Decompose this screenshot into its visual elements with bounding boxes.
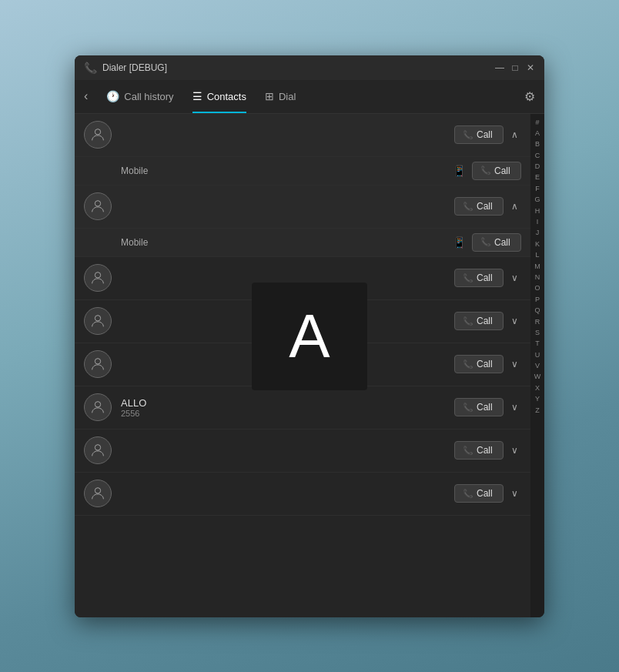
alpha-letter[interactable]: U — [530, 349, 544, 360]
sub-label: Mobile — [121, 165, 453, 176]
alpha-letter[interactable]: N — [530, 272, 544, 283]
alpha-letter[interactable]: Q — [530, 305, 544, 316]
contact-row[interactable]: ALLO 2556 📞 Call ∨ — [75, 386, 530, 430]
call-icon: 📞 — [480, 165, 491, 176]
call-label: Call — [477, 402, 493, 413]
alpha-letter[interactable]: H — [530, 206, 544, 216]
alpha-letter[interactable]: T — [530, 338, 544, 349]
alpha-letter[interactable]: K — [530, 239, 544, 249]
expand-button[interactable]: ∨ — [508, 485, 521, 502]
call-button[interactable]: 📞 Call — [454, 269, 504, 287]
alpha-letter[interactable]: Y — [530, 393, 544, 404]
back-button[interactable]: ‹ — [84, 89, 88, 103]
call-button[interactable]: 📞 Call — [454, 398, 504, 416]
alpha-letter[interactable]: J — [530, 227, 544, 238]
sub-row: Mobile 📱 📞 Call — [75, 229, 530, 257]
contacts-icon: ☰ — [192, 90, 202, 102]
content-area: 📞 Call ∧ Mobile 📱 📞 Call — [75, 114, 544, 617]
maximize-button[interactable]: □ — [510, 63, 520, 72]
letter-popup: A — [252, 283, 367, 390]
contact-actions: 📞 Call ∨ — [454, 398, 521, 416]
call-label: Call — [477, 201, 493, 212]
contact-display-name: ALLO — [121, 397, 454, 409]
alpha-letter[interactable]: O — [530, 283, 544, 293]
phone-icon: 📞 — [463, 130, 473, 140]
avatar — [84, 350, 112, 378]
call-label: Call — [477, 272, 493, 283]
contact-number: 2556 — [121, 409, 454, 418]
alpha-letter[interactable]: I — [530, 216, 544, 227]
avatar — [84, 121, 112, 149]
svg-point-0 — [95, 129, 100, 135]
contact-actions: 📞 Call ∧ — [454, 125, 521, 144]
contact-name: ALLO 2556 — [121, 397, 454, 418]
expand-button[interactable]: ∨ — [508, 313, 521, 329]
alpha-letter[interactable]: D — [530, 161, 544, 172]
app-window: 📞 Dialer [DEBUG] — □ ✕ ‹ 🕐 Call history … — [75, 55, 544, 617]
call-button[interactable]: 📞 Call — [454, 441, 504, 460]
svg-point-7 — [95, 488, 100, 493]
alpha-letter[interactable]: V — [530, 360, 544, 371]
close-button[interactable]: ✕ — [526, 63, 535, 72]
call-sub-button[interactable]: 📞 Call — [472, 233, 521, 252]
window-controls: — □ ✕ — [495, 63, 535, 72]
alpha-letter[interactable]: S — [530, 327, 544, 338]
contact-row[interactable]: 📞 Call ∧ — [75, 186, 530, 229]
alpha-letter[interactable]: L — [530, 249, 544, 260]
tab-dial-label: Dial — [279, 91, 296, 102]
alpha-letter[interactable]: A — [530, 128, 544, 139]
expand-button[interactable]: ∧ — [508, 198, 521, 215]
minimize-button[interactable]: — — [495, 63, 504, 72]
sub-label: Mobile — [121, 237, 453, 248]
call-button[interactable]: 📞 Call — [454, 197, 504, 216]
alpha-letter[interactable]: C — [530, 150, 544, 161]
svg-point-2 — [95, 272, 100, 278]
dial-icon: ⊞ — [265, 90, 274, 102]
alpha-letter[interactable]: G — [530, 194, 544, 205]
alpha-letter[interactable]: Z — [530, 405, 544, 416]
expand-button[interactable]: ∨ — [508, 399, 521, 416]
expand-button[interactable]: ∨ — [508, 356, 521, 373]
contact-actions: 📞 Call ∧ — [454, 197, 521, 216]
tab-call-history[interactable]: 🕐 Call history — [97, 79, 182, 113]
phone-icon: 📞 — [463, 316, 473, 326]
sub-actions: 📱 📞 Call — [453, 233, 521, 252]
settings-button[interactable]: ⚙ — [524, 89, 535, 104]
avatar — [84, 393, 112, 421]
call-history-icon: 🕐 — [106, 90, 119, 102]
call-label: Call — [477, 129, 493, 140]
alpha-letter[interactable]: X — [530, 383, 544, 393]
contact-row[interactable]: 📞 Call ∨ — [75, 473, 530, 516]
alpha-letter[interactable]: B — [530, 139, 544, 149]
call-button[interactable]: 📞 Call — [454, 125, 504, 144]
phone-icon: 📞 — [463, 273, 473, 283]
call-sub-button[interactable]: 📞 Call — [472, 162, 521, 180]
alpha-letter[interactable]: E — [530, 172, 544, 182]
alpha-letter[interactable]: M — [530, 261, 544, 272]
contact-row[interactable]: 📞 Call ∨ — [75, 430, 530, 473]
mobile-icon: 📱 — [453, 236, 466, 249]
call-button[interactable]: 📞 Call — [454, 312, 504, 330]
window-title: Dialer [DEBUG] — [102, 62, 495, 73]
contact-actions: 📞 Call ∨ — [454, 484, 521, 503]
nav-bar: ‹ 🕐 Call history ☰ Contacts ⊞ Dial ⚙ — [75, 80, 544, 114]
expand-button[interactable]: ∧ — [508, 126, 521, 143]
alpha-letter[interactable]: R — [530, 316, 544, 327]
contact-row[interactable]: 📞 Call ∧ — [75, 114, 530, 157]
expand-button[interactable]: ∨ — [508, 269, 521, 286]
phone-icon: 📞 — [463, 489, 473, 499]
alpha-letter[interactable]: F — [530, 183, 544, 194]
expand-button[interactable]: ∨ — [508, 442, 521, 459]
alpha-letter[interactable]: W — [530, 371, 544, 382]
alpha-letter[interactable]: P — [530, 294, 544, 305]
svg-point-3 — [95, 316, 100, 321]
phone-icon: 📞 — [463, 359, 473, 369]
phone-icon: 📞 — [463, 202, 473, 212]
avatar — [84, 192, 112, 220]
call-button[interactable]: 📞 Call — [454, 484, 504, 503]
call-button[interactable]: 📞 Call — [454, 355, 504, 373]
sub-row: Mobile 📱 📞 Call — [75, 157, 530, 186]
alpha-letter[interactable]: # — [530, 117, 544, 128]
tab-contacts[interactable]: ☰ Contacts — [183, 79, 256, 113]
tab-dial[interactable]: ⊞ Dial — [256, 79, 305, 113]
